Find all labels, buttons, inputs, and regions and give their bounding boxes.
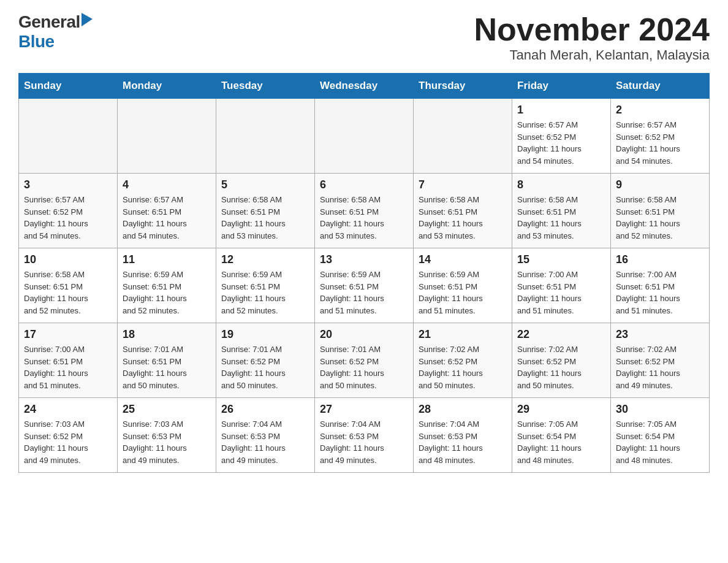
day-number: 5 — [221, 178, 309, 191]
logo: General Blue — [18, 12, 93, 52]
calendar-cell — [414, 99, 512, 174]
day-number: 10 — [24, 253, 112, 266]
week-row-1: 1Sunrise: 6:57 AM Sunset: 6:52 PM Daylig… — [19, 99, 710, 174]
day-info: Sunrise: 6:58 AM Sunset: 6:51 PM Dayligh… — [517, 194, 605, 242]
col-friday: Friday — [512, 74, 611, 99]
day-number: 24 — [24, 403, 112, 416]
calendar-cell — [216, 99, 315, 174]
col-saturday: Saturday — [611, 74, 710, 99]
day-info: Sunrise: 6:59 AM Sunset: 6:51 PM Dayligh… — [320, 269, 408, 316]
calendar-cell: 28Sunrise: 7:04 AM Sunset: 6:53 PM Dayli… — [414, 398, 512, 473]
calendar-cell: 30Sunrise: 7:05 AM Sunset: 6:54 PM Dayli… — [611, 398, 710, 473]
day-info: Sunrise: 7:04 AM Sunset: 6:53 PM Dayligh… — [320, 418, 408, 466]
day-number: 13 — [320, 253, 408, 266]
calendar-cell: 1Sunrise: 6:57 AM Sunset: 6:52 PM Daylig… — [512, 99, 611, 174]
day-info: Sunrise: 6:58 AM Sunset: 6:51 PM Dayligh… — [24, 269, 112, 316]
day-info: Sunrise: 7:01 AM Sunset: 6:51 PM Dayligh… — [123, 343, 211, 391]
day-info: Sunrise: 7:02 AM Sunset: 6:52 PM Dayligh… — [616, 343, 704, 391]
day-number: 1 — [517, 104, 605, 117]
day-info: Sunrise: 6:57 AM Sunset: 6:52 PM Dayligh… — [616, 119, 704, 167]
calendar-cell: 14Sunrise: 6:59 AM Sunset: 6:51 PM Dayli… — [414, 248, 512, 323]
week-row-5: 24Sunrise: 7:03 AM Sunset: 6:52 PM Dayli… — [19, 398, 710, 473]
col-monday: Monday — [118, 74, 216, 99]
calendar-cell: 21Sunrise: 7:02 AM Sunset: 6:52 PM Dayli… — [414, 323, 512, 398]
calendar-cell: 11Sunrise: 6:59 AM Sunset: 6:51 PM Dayli… — [118, 248, 216, 323]
day-info: Sunrise: 7:05 AM Sunset: 6:54 PM Dayligh… — [616, 418, 704, 466]
day-number: 4 — [123, 178, 211, 191]
day-number: 12 — [221, 253, 309, 266]
title-block: November 2024 Tanah Merah, Kelantan, Mal… — [474, 12, 710, 63]
day-number: 28 — [419, 403, 507, 416]
calendar-table: Sunday Monday Tuesday Wednesday Thursday… — [18, 73, 710, 473]
day-info: Sunrise: 6:58 AM Sunset: 6:51 PM Dayligh… — [419, 194, 507, 242]
day-info: Sunrise: 6:58 AM Sunset: 6:51 PM Dayligh… — [616, 194, 704, 242]
day-number: 17 — [24, 328, 112, 341]
calendar-cell: 27Sunrise: 7:04 AM Sunset: 6:53 PM Dayli… — [315, 398, 414, 473]
day-info: Sunrise: 7:00 AM Sunset: 6:51 PM Dayligh… — [616, 269, 704, 316]
day-number: 19 — [221, 328, 309, 341]
calendar-cell — [118, 99, 216, 174]
day-info: Sunrise: 6:59 AM Sunset: 6:51 PM Dayligh… — [419, 269, 507, 316]
day-info: Sunrise: 7:03 AM Sunset: 6:53 PM Dayligh… — [123, 418, 211, 466]
day-info: Sunrise: 7:04 AM Sunset: 6:53 PM Dayligh… — [419, 418, 507, 466]
day-number: 25 — [123, 403, 211, 416]
day-number: 20 — [320, 328, 408, 341]
calendar-cell — [315, 99, 414, 174]
day-number: 21 — [419, 328, 507, 341]
calendar-cell: 9Sunrise: 6:58 AM Sunset: 6:51 PM Daylig… — [611, 174, 710, 248]
day-info: Sunrise: 7:02 AM Sunset: 6:52 PM Dayligh… — [419, 343, 507, 391]
col-thursday: Thursday — [414, 74, 512, 99]
day-info: Sunrise: 6:57 AM Sunset: 6:51 PM Dayligh… — [123, 194, 211, 242]
day-number: 18 — [123, 328, 211, 341]
day-info: Sunrise: 6:59 AM Sunset: 6:51 PM Dayligh… — [123, 269, 211, 316]
calendar-cell: 19Sunrise: 7:01 AM Sunset: 6:52 PM Dayli… — [216, 323, 315, 398]
day-number: 7 — [419, 178, 507, 191]
logo-arrow-icon — [82, 13, 93, 29]
week-row-3: 10Sunrise: 6:58 AM Sunset: 6:51 PM Dayli… — [19, 248, 710, 323]
day-info: Sunrise: 7:01 AM Sunset: 6:52 PM Dayligh… — [320, 343, 408, 391]
day-number: 8 — [517, 178, 605, 191]
logo-general-text: General — [18, 12, 80, 32]
calendar-cell: 26Sunrise: 7:04 AM Sunset: 6:53 PM Dayli… — [216, 398, 315, 473]
calendar-cell: 20Sunrise: 7:01 AM Sunset: 6:52 PM Dayli… — [315, 323, 414, 398]
calendar-cell — [19, 99, 118, 174]
calendar-cell: 8Sunrise: 6:58 AM Sunset: 6:51 PM Daylig… — [512, 174, 611, 248]
calendar-cell: 23Sunrise: 7:02 AM Sunset: 6:52 PM Dayli… — [611, 323, 710, 398]
week-row-4: 17Sunrise: 7:00 AM Sunset: 6:51 PM Dayli… — [19, 323, 710, 398]
day-number: 16 — [616, 253, 704, 266]
calendar-cell: 2Sunrise: 6:57 AM Sunset: 6:52 PM Daylig… — [611, 99, 710, 174]
calendar-cell: 13Sunrise: 6:59 AM Sunset: 6:51 PM Dayli… — [315, 248, 414, 323]
calendar-cell: 22Sunrise: 7:02 AM Sunset: 6:52 PM Dayli… — [512, 323, 611, 398]
day-number: 23 — [616, 328, 704, 341]
day-number: 9 — [616, 178, 704, 191]
day-number: 14 — [419, 253, 507, 266]
calendar-cell: 4Sunrise: 6:57 AM Sunset: 6:51 PM Daylig… — [118, 174, 216, 248]
day-number: 2 — [616, 104, 704, 117]
day-info: Sunrise: 7:04 AM Sunset: 6:53 PM Dayligh… — [221, 418, 309, 466]
day-info: Sunrise: 6:58 AM Sunset: 6:51 PM Dayligh… — [221, 194, 309, 242]
page-header: General Blue November 2024 Tanah Merah, … — [18, 12, 710, 63]
col-sunday: Sunday — [19, 74, 118, 99]
page-title: November 2024 — [474, 12, 710, 47]
day-number: 6 — [320, 178, 408, 191]
day-number: 26 — [221, 403, 309, 416]
calendar-header-row: Sunday Monday Tuesday Wednesday Thursday… — [19, 74, 710, 99]
page-subtitle: Tanah Merah, Kelantan, Malaysia — [474, 47, 710, 63]
col-wednesday: Wednesday — [315, 74, 414, 99]
day-info: Sunrise: 7:01 AM Sunset: 6:52 PM Dayligh… — [221, 343, 309, 391]
calendar-cell: 15Sunrise: 7:00 AM Sunset: 6:51 PM Dayli… — [512, 248, 611, 323]
day-info: Sunrise: 7:03 AM Sunset: 6:52 PM Dayligh… — [24, 418, 112, 466]
day-info: Sunrise: 7:05 AM Sunset: 6:54 PM Dayligh… — [517, 418, 605, 466]
day-number: 22 — [517, 328, 605, 341]
day-info: Sunrise: 7:00 AM Sunset: 6:51 PM Dayligh… — [517, 269, 605, 316]
day-number: 3 — [24, 178, 112, 191]
calendar-cell: 6Sunrise: 6:58 AM Sunset: 6:51 PM Daylig… — [315, 174, 414, 248]
calendar-cell: 12Sunrise: 6:59 AM Sunset: 6:51 PM Dayli… — [216, 248, 315, 323]
day-info: Sunrise: 7:00 AM Sunset: 6:51 PM Dayligh… — [24, 343, 112, 391]
logo-blue-text: Blue — [18, 32, 55, 52]
calendar-cell: 3Sunrise: 6:57 AM Sunset: 6:52 PM Daylig… — [19, 174, 118, 248]
calendar-cell: 29Sunrise: 7:05 AM Sunset: 6:54 PM Dayli… — [512, 398, 611, 473]
calendar-cell: 7Sunrise: 6:58 AM Sunset: 6:51 PM Daylig… — [414, 174, 512, 248]
day-info: Sunrise: 6:57 AM Sunset: 6:52 PM Dayligh… — [517, 119, 605, 167]
day-info: Sunrise: 7:02 AM Sunset: 6:52 PM Dayligh… — [517, 343, 605, 391]
